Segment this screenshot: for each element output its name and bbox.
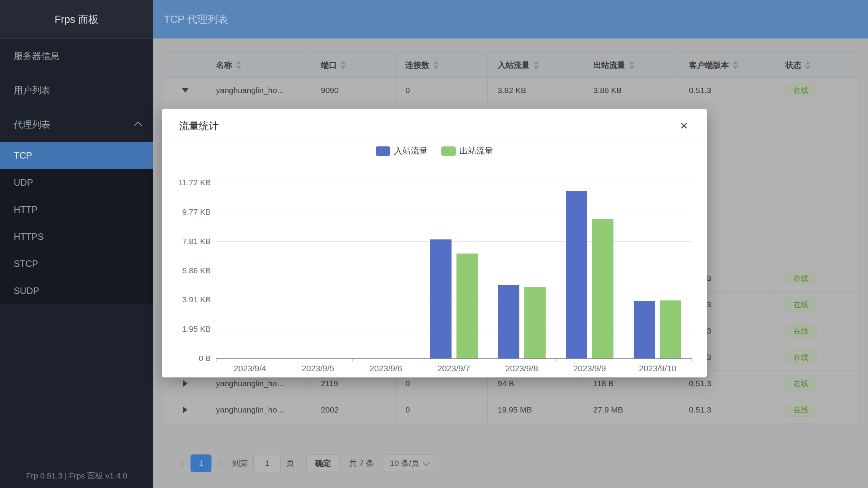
cell-status: 在线	[775, 397, 858, 423]
column-header[interactable]: 出站流量	[583, 53, 679, 78]
grid-line	[216, 212, 692, 212]
page-number-button[interactable]: 1	[191, 454, 211, 472]
jump-suffix-label: 页	[286, 458, 294, 469]
header-expand-cell	[164, 53, 206, 78]
column-header[interactable]: 状态	[775, 53, 858, 78]
dialog-header: 流量统计 ×	[162, 109, 707, 143]
table-row: yanghuanglin_ho...2002019.95 MB27.9 MB0.…	[164, 397, 858, 423]
sort-descending-icon	[236, 66, 241, 69]
jump-prefix-label: 到第	[232, 458, 248, 469]
column-header[interactable]: 客户端版本	[679, 53, 775, 78]
sidebar-subitem-sudp[interactable]: SUDP	[0, 277, 153, 304]
column-header-label: 端口	[321, 60, 337, 71]
x-axis-tick-label: 2023/9/9	[556, 364, 623, 374]
cell-status: 在线	[775, 371, 858, 397]
sidebar-item-user-list[interactable]: 用户列表	[0, 73, 153, 108]
x-axis-tick	[556, 359, 556, 362]
cell-name: yanghuanglin_ho...	[206, 78, 311, 103]
sort-ascending-icon	[733, 61, 738, 64]
sort-icon[interactable]	[629, 61, 634, 69]
status-badge: 在线	[785, 298, 817, 311]
sort-ascending-icon	[433, 61, 439, 64]
x-axis-tick-label: 2023/9/4	[216, 364, 284, 374]
next-page-button[interactable]: ›	[211, 457, 227, 469]
x-axis-tick	[488, 359, 488, 362]
page-jump-input[interactable]	[253, 454, 281, 472]
cell-connections: 0	[396, 78, 488, 103]
sort-ascending-icon	[533, 61, 539, 64]
sidebar-subitem-https[interactable]: HTTPS	[0, 223, 153, 250]
x-axis-tick	[420, 359, 420, 362]
expand-row-icon	[183, 380, 187, 387]
legend-item[interactable]: 入站流量	[376, 145, 428, 157]
sort-icon[interactable]	[805, 61, 810, 69]
cell-name: yanghuanglin_ho...	[206, 397, 311, 423]
close-icon[interactable]: ×	[676, 117, 692, 134]
sort-ascending-icon	[629, 61, 634, 64]
sidebar-item-label: 代理列表	[14, 119, 50, 131]
sort-descending-icon	[341, 66, 346, 69]
sort-icon[interactable]	[733, 61, 738, 69]
legend-item[interactable]: 出站流量	[441, 145, 493, 157]
table-header-row: 名称端口连接数入站流量出站流量客户端版本状态	[164, 53, 858, 78]
legend-label: 出站流量	[460, 145, 493, 157]
prev-page-button[interactable]: ‹	[175, 457, 191, 469]
confirm-page-button[interactable]: 确定	[306, 454, 340, 472]
sort-ascending-icon	[805, 61, 810, 64]
sidebar-item-label: 服务器信息	[14, 50, 59, 62]
x-axis-tick-label: 2023/9/5	[284, 364, 352, 374]
sidebar-item-proxy-list[interactable]: 代理列表	[0, 108, 153, 142]
sort-icon[interactable]	[533, 61, 539, 69]
row-expand-cell[interactable]	[164, 78, 206, 103]
sidebar-subitem-tcp[interactable]: TCP	[0, 142, 153, 169]
x-axis-tick	[284, 359, 284, 362]
column-header[interactable]: 端口	[311, 53, 396, 78]
sort-icon[interactable]	[236, 61, 241, 69]
cell-client_version: 0.51.3	[679, 78, 775, 103]
status-badge: 在线	[785, 377, 817, 390]
page-size-select[interactable]: 10 条/页	[384, 454, 434, 472]
sort-descending-icon	[805, 66, 810, 69]
x-axis-tick-label: 2023/9/10	[624, 364, 692, 374]
sort-icon[interactable]	[433, 61, 439, 69]
grid-line	[216, 300, 692, 300]
sidebar-submenu: TCPUDPHTTPHTTPSSTCPSUDP	[0, 142, 153, 304]
sort-icon[interactable]	[341, 61, 346, 69]
grid-line	[216, 241, 692, 242]
y-axis-tick-label: 1.95 KB	[169, 324, 211, 334]
sidebar-subitem-http[interactable]: HTTP	[0, 196, 153, 223]
cell-connections: 0	[396, 397, 488, 423]
column-header-label: 出站流量	[593, 60, 625, 71]
x-axis-tick	[624, 359, 624, 362]
chevron-down-icon	[423, 459, 430, 466]
cell-traffic_out: 27.9 MB	[583, 397, 679, 423]
legend-swatch	[376, 146, 390, 156]
cell-port: 2002	[311, 397, 396, 423]
cell-port: 9090	[311, 78, 396, 103]
legend-swatch	[441, 146, 456, 156]
bar-inbound	[634, 301, 655, 358]
x-axis-tick-label: 2023/9/8	[488, 364, 556, 374]
legend-label: 入站流量	[394, 145, 428, 157]
y-axis-tick-label: 0 B	[169, 354, 211, 363]
sort-descending-icon	[433, 66, 439, 69]
row-expand-cell[interactable]	[164, 397, 206, 423]
column-header-label: 客户端版本	[689, 60, 729, 71]
column-header[interactable]: 连接数	[396, 53, 488, 78]
sidebar-item-server-info[interactable]: 服务器信息	[0, 39, 153, 73]
page-size-value: 10 条/页	[390, 458, 419, 469]
sort-descending-icon	[629, 66, 634, 69]
expand-row-icon	[183, 406, 187, 413]
sidebar-subitem-udp[interactable]: UDP	[0, 169, 153, 196]
y-axis-tick-label: 5.86 KB	[169, 266, 211, 275]
column-header[interactable]: 入站流量	[488, 53, 583, 78]
status-badge: 在线	[785, 350, 817, 364]
cell-status: 在线	[775, 78, 858, 103]
page-header: TCP 代理列表	[153, 0, 868, 39]
x-axis-tick	[692, 359, 692, 362]
collapse-row-icon	[182, 88, 189, 93]
column-header[interactable]: 名称	[206, 53, 311, 78]
bar-outbound	[524, 287, 546, 358]
sidebar-subitem-stcp[interactable]: STCP	[0, 250, 153, 277]
cell-traffic_in: 19.95 MB	[488, 397, 583, 423]
